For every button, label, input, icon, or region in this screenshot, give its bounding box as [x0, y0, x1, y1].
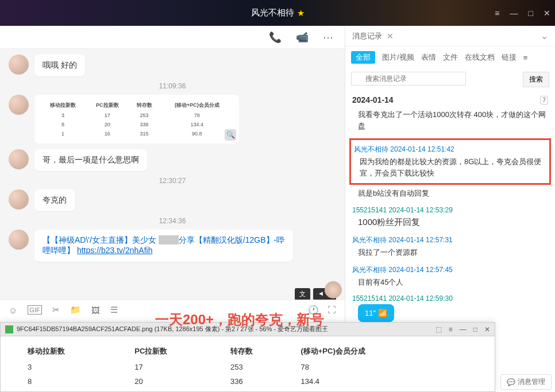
date-header: 2024-01-14 7: [345, 91, 555, 109]
contact-name: 风光不相待: [251, 7, 294, 18]
maximize-icon[interactable]: □: [473, 325, 477, 333]
close-icon[interactable]: ✕: [484, 325, 490, 333]
log-item: 155215141 2024-01-14 12:59:30 11" 📶: [352, 294, 548, 322]
message-bubble: 哦哦 好的: [34, 55, 85, 76]
voice-message[interactable]: 11" 📶: [358, 304, 394, 322]
date-label: 2024-01-14: [352, 95, 394, 104]
minimize-icon[interactable]: —: [460, 325, 467, 333]
avatar[interactable]: [9, 189, 29, 209]
data-table: 移动拉新数 PC拉新数 转存数 (移动+PC)会员分成 31725378 820…: [24, 342, 472, 392]
log-item-highlighted: 风光不相待 2024-01-14 12:51:42 因为我给的都是比较大的资源，…: [349, 138, 551, 185]
viewer-controls: ⬚ ≡ — □ ✕: [435, 325, 490, 333]
dropdown-icon[interactable]: ⌄: [541, 30, 548, 41]
star-icon: ★: [297, 8, 305, 18]
log-item: 风光不相待 2024-01-14 12:57:31 我拉了一个资源群: [352, 235, 548, 258]
message-bubble: 夸克的: [34, 189, 75, 211]
table-row: 11631590.8: [25, 389, 471, 392]
tab-sticker[interactable]: 表情: [421, 52, 436, 63]
tab-doc[interactable]: 在线文档: [465, 52, 495, 63]
message-row: 哦哦 好的: [9, 55, 336, 76]
app-icon: [5, 325, 13, 333]
log-sender: 风光不相待 2024-01-14 12:57:45: [352, 265, 548, 275]
col-header: 转存数: [228, 343, 296, 359]
chat-area: 📞 📹 ⋯ 哦哦 好的 11:09:36 移动拉新数PC拉新数转存数(移动+PC…: [0, 26, 345, 300]
table-row: 820336134.4: [25, 375, 471, 388]
filter-tabs: 全部 图片/视频 表情 文件 在线文档 链接 ≡: [345, 46, 555, 68]
calendar-icon[interactable]: 7: [540, 96, 548, 104]
translate-button[interactable]: 文: [295, 288, 310, 300]
chat-messages: 哦哦 好的 11:09:36 移动拉新数PC拉新数转存数(移动+PC)会员分成 …: [0, 49, 345, 273]
image-viewer-window: 9FC64F15DB57194BA259ACF251ACFADE.png (17…: [0, 322, 495, 392]
panel-title: 消息记录: [352, 31, 382, 41]
table-row: 31725378: [25, 360, 471, 374]
avatar[interactable]: [9, 55, 29, 75]
gif-icon[interactable]: GIF: [28, 305, 41, 315]
voice-call-icon[interactable]: 📞: [269, 31, 282, 44]
timestamp: 12:34:36: [9, 217, 336, 225]
log-list: 我看夸克出了一个活动1000次转存 400块，才做的这个网盘 风光不相待 202…: [345, 109, 555, 322]
log-item: 我看夸克出了一个活动1000次转存 400块，才做的这个网盘: [352, 109, 548, 131]
message-bubble: 【【神级AD\'/女主直播】美少女 1 5 0 分享【精翻汉化版/12GB】-哔…: [34, 230, 293, 262]
avatar[interactable]: [9, 230, 29, 250]
message-row: 哥，最后一项是什么意思啊: [9, 149, 336, 171]
minimize-icon[interactable]: —: [510, 9, 518, 18]
timestamp: 12:30:27: [9, 177, 336, 185]
scissors-icon[interactable]: ✂: [52, 305, 60, 315]
tab-media[interactable]: 图片/视频: [382, 52, 414, 63]
tab-file[interactable]: 文件: [443, 52, 458, 63]
image-message[interactable]: 移动拉新数PC拉新数转存数(移动+PC)会员分成 31725378 820336…: [34, 95, 239, 143]
magnify-icon[interactable]: 🔍: [225, 129, 236, 141]
close-icon[interactable]: ✕: [544, 9, 550, 18]
avatar[interactable]: [9, 149, 29, 169]
tab-more[interactable]: ≡: [523, 53, 528, 62]
window-title: 风光不相待 ★: [251, 7, 305, 18]
search-input[interactable]: [351, 72, 466, 86]
message-row: 移动拉新数PC拉新数转存数(移动+PC)会员分成 31725378 820336…: [9, 95, 336, 143]
expand-icon[interactable]: ⛶: [327, 305, 336, 315]
log-item: 风光不相待 2024-01-14 12:57:45 目前有45个人: [352, 265, 548, 288]
avatar-small[interactable]: [325, 281, 342, 298]
log-sender: 155215141 2024-01-14 12:59:30: [352, 294, 548, 302]
col-header: PC拉新数: [132, 343, 226, 359]
pin-icon[interactable]: ⬚: [435, 325, 442, 333]
col-header: (移动+PC)会员分成: [298, 343, 471, 359]
viewer-content: 移动拉新数 PC拉新数 转存数 (移动+PC)会员分成 31725378 820…: [1, 336, 495, 392]
shared-link[interactable]: https://b23.tv/2nhAfih: [77, 246, 153, 255]
more-icon[interactable]: ⋯: [323, 31, 333, 44]
message-bubble: 哥，最后一项是什么意思啊: [34, 149, 147, 171]
log-item: 就是b站没有自动回复: [352, 188, 548, 199]
panel-header: 消息记录 ✕ ⌄: [345, 26, 555, 46]
call-toolbar: 📞 📹 ⋯: [0, 26, 345, 49]
search-row: 搜索: [345, 68, 555, 91]
log-sender: 155215141 2024-01-14 12:53:29: [352, 206, 548, 214]
log-sender: 风光不相待 2024-01-14 12:51:42: [354, 145, 546, 154]
microphone-icon[interactable]: ☰: [110, 305, 118, 315]
tab-all[interactable]: 全部: [351, 51, 375, 64]
menu-icon[interactable]: ≡: [449, 325, 453, 333]
annotation-text: 一天200+，跑的夸克，新号: [155, 311, 324, 329]
emoji-icon[interactable]: ☺: [9, 305, 17, 315]
log-sender: 风光不相待 2024-01-14 12:57:31: [352, 235, 548, 245]
maximize-icon[interactable]: □: [529, 9, 533, 18]
chat-icon: 💬: [507, 378, 515, 386]
title-bar: 风光不相待 ★ ≡ — □ ✕: [0, 0, 555, 26]
video-call-icon[interactable]: 📹: [296, 31, 309, 44]
close-panel-icon[interactable]: ✕: [387, 32, 394, 41]
search-button[interactable]: 搜索: [523, 72, 549, 87]
timestamp: 11:09:36: [9, 82, 336, 90]
message-manage-button[interactable]: 💬 消息管理: [500, 374, 552, 390]
data-table-thumb: 移动拉新数PC拉新数转存数(移动+PC)会员分成 31725378 820336…: [39, 99, 234, 139]
message-row: 【【神级AD\'/女主直播】美少女 1 5 0 分享【精翻汉化版/12GB】-哔…: [9, 230, 336, 262]
message-row: 夸克的: [9, 189, 336, 211]
file-icon[interactable]: 📁: [70, 305, 81, 315]
log-item: 155215141 2024-01-14 12:53:29 1000粉丝开回复: [352, 206, 548, 229]
avatar[interactable]: [9, 95, 29, 115]
image-icon[interactable]: 🖼: [91, 305, 100, 315]
col-header: 移动拉新数: [25, 343, 130, 359]
menu-icon[interactable]: ≡: [495, 9, 499, 18]
tab-link[interactable]: 链接: [502, 52, 517, 63]
window-controls: ≡ — □ ✕: [495, 9, 550, 18]
